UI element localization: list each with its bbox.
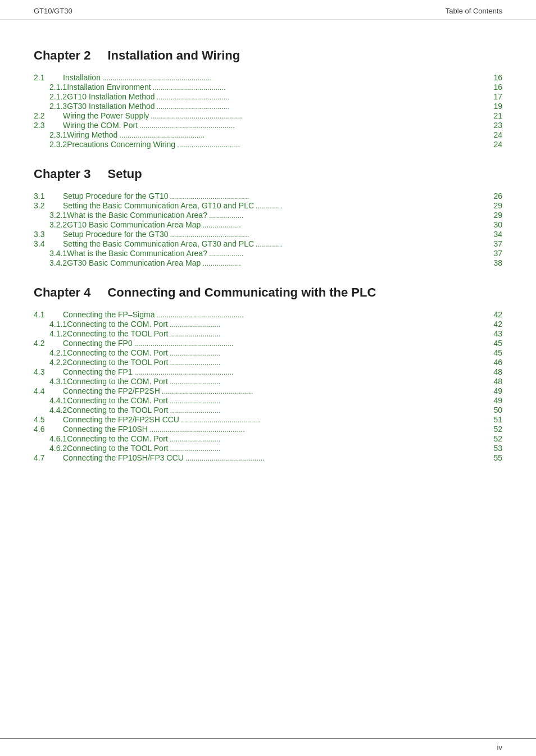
toc-subsection-row: 4.4.2Connecting to the TOOL Port .......… [34, 406, 502, 415]
chapter-label: Chapter 4 [34, 285, 90, 299]
subsection-page: 24 [487, 130, 502, 139]
header-right: Table of Contents [446, 7, 502, 15]
subsection-page: 37 [487, 249, 502, 258]
subsection-title: GT10 Installation Method [67, 92, 155, 101]
subsection-dots: .................................... [151, 83, 487, 92]
section-number: 2.1 [34, 73, 63, 82]
chapter-heading-chapter4: Chapter 4Connecting and Communicating wi… [34, 285, 502, 300]
chapter-chapter2: Chapter 2Installation and Wiring2.1Insta… [34, 48, 502, 149]
chapter-title: Setup [107, 167, 142, 181]
subsection-page: 16 [487, 83, 502, 92]
subsection-dots: ......................... [168, 330, 487, 338]
section-page: 26 [487, 192, 502, 201]
section-number: 3.1 [34, 192, 63, 201]
toc-subsection-row: 3.2.2GT10 Basic Communication Area Map .… [34, 220, 502, 229]
subsection-dots: ......................... [168, 435, 487, 443]
subsection-title: Connecting to the TOOL Port [67, 329, 168, 338]
toc-subsection-row: 3.4.1What is the Basic Communication Are… [34, 249, 502, 258]
toc-section-row: 4.7Connecting the FP10SH/FP3 CCU .......… [34, 453, 502, 462]
section-title: Setting the Basic Communication Area, GT… [63, 201, 254, 210]
subsection-page: 19 [487, 102, 502, 111]
section-page: 16 [487, 73, 502, 82]
subsection-dots: ........................................… [117, 131, 487, 139]
section-dots: ....................................... [184, 454, 487, 462]
section-number: 4.1 [34, 310, 63, 319]
page-header: GT10/GT30 Table of Contents [0, 0, 536, 20]
subsection-title: Wiring Method [67, 130, 117, 139]
subsection-title: Connecting to the COM. Port [67, 434, 168, 443]
toc-section-row: 3.2Setting the Basic Communication Area,… [34, 201, 502, 210]
section-number: 4.4 [34, 386, 63, 395]
toc-section-row: 4.5Connecting the FP2/FP2SH CCU ........… [34, 415, 502, 424]
section-dots: ....................................... [169, 230, 487, 239]
section-number: 4.6 [34, 425, 63, 434]
subsection-number: 4.2.1 [34, 348, 67, 357]
chapter-chapter4: Chapter 4Connecting and Communicating wi… [34, 285, 502, 462]
toc-subsection-row: 4.3.1Connecting to the COM. Port .......… [34, 377, 502, 386]
subsection-page: 53 [487, 444, 502, 453]
section-number: 3.3 [34, 230, 63, 239]
page-footer: iv [0, 738, 536, 756]
section-page: 37 [487, 239, 502, 248]
subsection-number: 4.6.2 [34, 444, 67, 453]
section-page: 34 [487, 230, 502, 239]
subsection-page: 30 [487, 220, 502, 229]
chapter-label: Chapter 3 [34, 167, 90, 181]
section-title: Wiring the Power Supply [63, 111, 149, 120]
toc-section-row: 3.1Setup Procedure for the GT10 ........… [34, 192, 502, 201]
subsection-page: 38 [487, 258, 502, 267]
subsection-number: 4.2.2 [34, 358, 67, 367]
toc-subsection-row: 4.2.1Connecting to the COM. Port .......… [34, 348, 502, 357]
subsection-page: 48 [487, 377, 502, 386]
subsection-title: Connecting to the COM. Port [67, 377, 168, 386]
subsection-title: What is the Basic Communication Area? [67, 249, 207, 258]
section-dots: ........................................… [133, 368, 487, 376]
section-dots: ........................................… [149, 112, 487, 120]
subsection-dots: ......................... [168, 358, 487, 367]
toc-section-row: 2.3Wiring the COM. Port ................… [34, 121, 502, 130]
chapter-label: Chapter 2 [34, 48, 90, 62]
chapter-chapter3: Chapter 3Setup3.1Setup Procedure for the… [34, 167, 502, 267]
subsection-title: Connecting to the COM. Port [67, 396, 168, 405]
subsection-number: 2.1.2 [34, 92, 67, 101]
section-title: Setup Procedure for the GT10 [63, 192, 169, 201]
section-page: 51 [487, 415, 502, 424]
section-dots: ........................................… [155, 311, 487, 319]
section-dots: ....................................... [169, 192, 487, 201]
subsection-title: What is the Basic Communication Area? [67, 211, 207, 220]
toc-section-row: 4.2Connecting the FP0 ..................… [34, 339, 502, 348]
section-page: 23 [487, 121, 502, 130]
subsection-title: Connecting to the COM. Port [67, 348, 168, 357]
subsection-title: Installation Environment [67, 83, 151, 92]
toc-subsection-row: 2.1.3GT30 Installation Method ..........… [34, 102, 502, 111]
subsection-number: 4.4.2 [34, 406, 67, 415]
subsection-dots: ......................... [168, 320, 487, 329]
subsection-title: Precautions Concerning Wiring [67, 140, 175, 149]
subsection-number: 3.2.1 [34, 211, 67, 220]
section-number: 2.3 [34, 121, 63, 130]
section-number: 4.3 [34, 367, 63, 376]
section-dots: ............. [254, 240, 487, 248]
section-title: Connecting the FP–Sigma [63, 310, 155, 319]
section-dots: ........................................… [138, 121, 487, 130]
section-title: Connecting the FP1 [63, 367, 133, 376]
subsection-dots: ......................... [168, 444, 487, 453]
subsection-number: 4.1.1 [34, 320, 67, 329]
header-left: GT10/GT30 [34, 7, 72, 15]
subsection-page: 29 [487, 211, 502, 220]
subsection-dots: ......................... [168, 349, 487, 357]
toc-subsection-row: 4.1.1Connecting to the COM. Port .......… [34, 320, 502, 329]
subsection-page: 17 [487, 92, 502, 101]
section-number: 2.2 [34, 111, 63, 120]
toc-subsection-row: 4.4.1Connecting to the COM. Port .......… [34, 396, 502, 405]
section-number: 4.2 [34, 339, 63, 348]
toc-subsection-row: 2.1.2GT10 Installation Method ..........… [34, 92, 502, 101]
chapter-title: Installation and Wiring [107, 48, 240, 62]
subsection-dots: ......................... [168, 377, 487, 386]
section-dots: ........................................… [148, 425, 487, 434]
subsection-number: 3.2.2 [34, 220, 67, 229]
section-dots: ........................................… [133, 339, 487, 348]
subsection-dots: ......................... [168, 406, 487, 415]
subsection-title: Connecting to the TOOL Port [67, 444, 168, 453]
subsection-page: 52 [487, 434, 502, 443]
